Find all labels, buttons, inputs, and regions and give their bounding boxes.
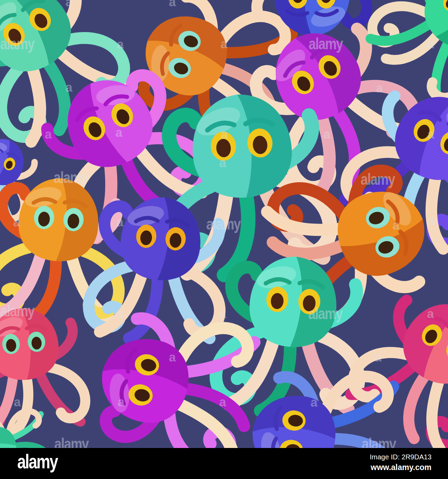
octopus-violet-center [74, 181, 243, 349]
watermark-a-letter: a [219, 395, 226, 409]
watermark-a-letter: a [310, 395, 317, 410]
image-id-value: 2R9DA13 [401, 453, 431, 461]
watermark-alamy-logo: alamy [206, 215, 241, 233]
octopus-drawing [0, 121, 52, 231]
watermark-a-letter: a [376, 81, 383, 95]
watermark-a-letter: a [45, 127, 52, 142]
octopus-drawing [140, 75, 349, 284]
watermark-a-letter: a [117, 37, 124, 52]
octopus-drawing [201, 241, 381, 421]
watermark-a-letter: a [219, 156, 226, 170]
octopus-teal-center [140, 75, 349, 284]
octopus-blue-top-edge [238, 0, 386, 45]
watermark-a-letter: a [14, 395, 21, 409]
watermark-a-letter: a [219, 307, 226, 321]
octopus-drawing [13, 41, 228, 256]
watermark-a-letter: a [117, 307, 124, 321]
octopus-purple-left-middle [13, 41, 228, 256]
octopus-orange-yellow-left [0, 164, 140, 329]
octopus-pink-right-edge [329, 264, 448, 466]
watermark-a-letter: a [393, 218, 399, 233]
octopus-blue-left-edge [0, 121, 52, 231]
alamy-logo: alamy [17, 451, 58, 471]
watermark-alamy-logo: alamy [54, 168, 88, 187]
watermark-alamy-logo: alamy [361, 170, 395, 188]
octopus-drawing [253, 139, 448, 343]
octopus-drawing [352, 0, 448, 120]
octopus-teal-center-right [201, 241, 381, 421]
watermark-a-letter: a [65, 80, 72, 95]
watermark-alamy-logo: alamy [0, 302, 34, 320]
octopus-drawing [0, 164, 140, 329]
watermark-alamy-logo: alamy [308, 304, 343, 323]
watermark-a-letter: a [169, 0, 176, 9]
octopus-drawing [220, 0, 441, 211]
watermark-a-letter: a [116, 215, 123, 230]
watermark-a-letter: a [323, 127, 330, 142]
octopus-violet-right-edge [323, 59, 448, 265]
image-meta: Image ID: 2R9DA13 www.alamy.com [370, 453, 431, 472]
octopus-orange-right [253, 139, 448, 343]
octopus-drawing [0, 294, 99, 440]
image-id-line: Image ID: 2R9DA13 [370, 453, 431, 461]
octopus-drawing [329, 264, 448, 466]
octopus-drawing [238, 0, 386, 45]
watermark-a-letter: a [427, 37, 434, 51]
watermark-alamy-logo: alamy [0, 34, 34, 53]
watermark-a-letter: a [221, 127, 228, 142]
octopus-pink-left-edge [0, 294, 99, 440]
alamy-info-bar: alamy Image ID: 2R9DA13 www.alamy.com [0, 448, 448, 479]
octopus-drawing [0, 0, 150, 160]
watermark-layer: alamyalamyalamyalamyalamyalamyalamyalamy… [0, 0, 448, 479]
octopus-purple-top-right [220, 0, 441, 211]
octopus-orange-top [113, 0, 307, 161]
watermark-a-letter: a [115, 125, 122, 140]
watermark-alamy-logo: alamy [309, 34, 343, 53]
watermark-a-letter: a [118, 395, 124, 409]
octopus-teal-top-right-corner [352, 0, 448, 120]
octopus-drawing [113, 0, 307, 161]
watermark-a-letter: a [13, 215, 20, 230]
watermark-a-letter: a [427, 127, 434, 142]
watermark-a-letter: a [65, 0, 72, 9]
watermark-a-letter: a [427, 307, 434, 321]
image-id-label: Image ID: [370, 453, 400, 461]
watermark-a-letter: a [375, 350, 381, 365]
watermark-a-letter: a [169, 350, 176, 365]
stock-image-octopus-pattern: alamyalamyalamyalamyalamyalamyalamyalamy… [0, 0, 448, 479]
octopus-teal-top-left [0, 0, 150, 160]
octopus-drawing [74, 181, 243, 349]
watermark-a-letter: a [221, 37, 227, 51]
watermark-a-letter: a [427, 213, 434, 228]
alamy-url: www.alamy.com [370, 463, 431, 472]
octopus-drawing [323, 59, 448, 265]
